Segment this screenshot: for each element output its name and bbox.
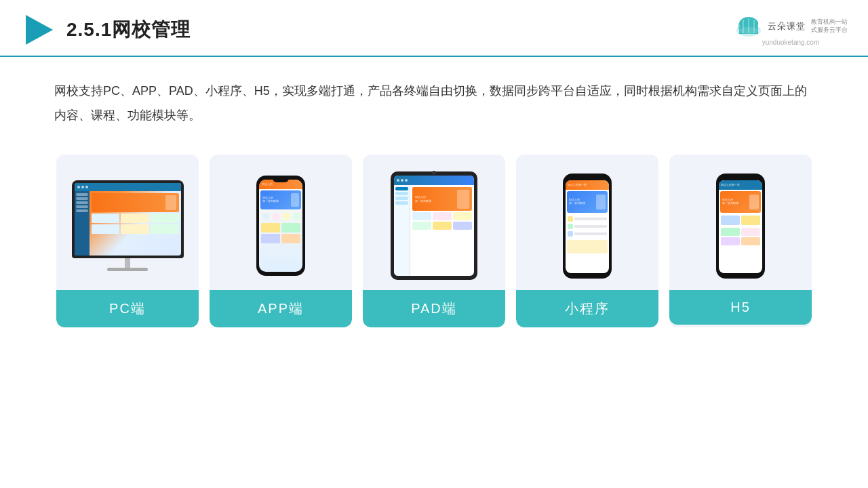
- page-title: 2.5.1网校管理: [66, 17, 191, 43]
- card-pad-label: PAD端: [363, 290, 505, 327]
- card-h5: 职达人的第一堂 职达人的第一堂判断课: [669, 155, 812, 327]
- card-miniapp-image: 职达人的第一堂 职达人的第一堂判断课: [516, 155, 658, 290]
- logo-sub-line2: 式服务云平台: [811, 26, 848, 35]
- logo-sub-line1: 教育机构一站: [811, 18, 848, 26]
- cards-container: PC端 职达人的 职达人的第一堂判断课: [0, 141, 868, 348]
- card-miniapp: 职达人的第一堂 职达人的第一堂判断课: [516, 155, 658, 327]
- card-pc-label: PC端: [56, 290, 199, 327]
- card-pc-image: [56, 155, 199, 290]
- play-icon: [20, 12, 56, 47]
- card-pad: 职达人的第一堂判断课: [363, 155, 505, 327]
- description-text: 网校支持PC、APP、PAD、小程序、H5，实现多端打通，产品各终端自由切换，数…: [0, 57, 868, 141]
- logo-text: 云朵课堂: [768, 20, 806, 33]
- description-content: 网校支持PC、APP、PAD、小程序、H5，实现多端打通，产品各终端自由切换，数…: [54, 84, 807, 122]
- card-pc: PC端: [56, 155, 199, 327]
- phone-app-mockup: 职达人的 职达人的第一堂判断课: [256, 176, 305, 276]
- card-h5-image: 职达人的第一堂 职达人的第一堂判断课: [669, 155, 812, 290]
- svg-marker-0: [26, 15, 53, 45]
- logo-url: yunduoketang.com: [762, 39, 820, 46]
- svg-point-9: [736, 27, 761, 34]
- card-app-label: APP端: [210, 290, 352, 327]
- card-h5-label: H5: [669, 290, 812, 325]
- miniapp-phone-mockup: 职达人的第一堂 职达人的第一堂判断课: [563, 174, 612, 279]
- card-miniapp-label: 小程序: [516, 290, 658, 327]
- logo-area: 云朵课堂 教育机构一站 式服务云平台 yunduoketang.com: [734, 14, 848, 46]
- pc-monitor-mockup: [72, 180, 184, 271]
- h5-phone-mockup: 职达人的第一堂 职达人的第一堂判断课: [716, 174, 765, 279]
- tablet-mockup: 职达人的第一堂判断课: [391, 171, 477, 280]
- card-app-image: 职达人的 职达人的第一堂判断课: [210, 155, 352, 290]
- logo-cloud: 云朵课堂 教育机构一站 式服务云平台: [734, 14, 848, 39]
- cloud-logo-icon: [734, 14, 764, 39]
- header-left: 2.5.1网校管理: [20, 12, 191, 47]
- card-pad-image: 职达人的第一堂判断课: [363, 155, 505, 290]
- header: 2.5.1网校管理 云朵课堂 教育机构一站 式服务云平台 y: [0, 0, 868, 57]
- card-app: 职达人的 职达人的第一堂判断课: [210, 155, 352, 327]
